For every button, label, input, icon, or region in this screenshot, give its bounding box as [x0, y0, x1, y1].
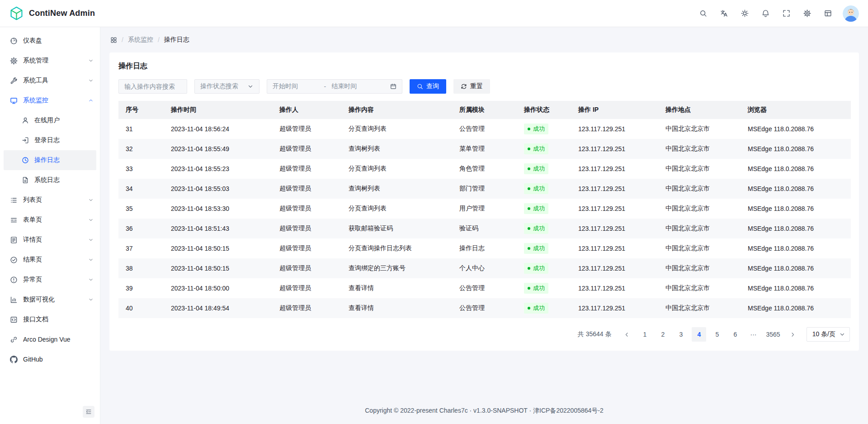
sidebar-item-label: 系统管理	[23, 57, 83, 65]
dashboard-icon	[10, 37, 18, 45]
table-cell: 公告管理	[452, 119, 517, 139]
table-cell: 超级管理员	[272, 258, 341, 278]
table-cell-status: 成功	[517, 278, 571, 298]
status-text: 成功	[533, 264, 545, 272]
table-row: 382023-11-04 18:50:15超级管理员查询绑定的三方账号个人中心成…	[118, 258, 851, 278]
status-dot-icon	[528, 227, 530, 230]
user-avatar[interactable]	[843, 5, 859, 22]
app-logo-icon	[9, 6, 24, 21]
sidebar-item-system-management[interactable]: 系统管理	[0, 51, 100, 71]
table-row: 372023-11-04 18:50:15超级管理员分页查询操作日志列表操作日志…	[118, 238, 851, 258]
table-cell: MSEdge 118.0.2088.76	[741, 298, 851, 318]
keyword-search-input[interactable]	[118, 79, 187, 94]
sidebar-item-online-user[interactable]: 在线用户	[4, 110, 96, 130]
page-button-3[interactable]: 3	[674, 327, 688, 342]
settings-button[interactable]	[799, 6, 815, 21]
sidebar-item-result-page[interactable]: 结果页	[0, 250, 100, 270]
table-cell: 2023-11-04 18:50:00	[164, 278, 272, 298]
page-footer: Copyright © 2022-present Charles7c · v1.…	[100, 400, 868, 424]
table-cell: 超级管理员	[272, 119, 341, 139]
table-row: 352023-11-04 18:53:30超级管理员分页查询列表用户管理成功12…	[118, 199, 851, 219]
page-size-select[interactable]: 10 条/页	[807, 327, 850, 342]
sidebar-item-label: 系统日志	[34, 176, 96, 184]
refresh-icon	[461, 83, 467, 90]
status-badge: 成功	[524, 124, 548, 134]
apps-grid-icon[interactable]	[110, 37, 117, 43]
breadcrumb-section[interactable]: 系统监控	[128, 36, 153, 44]
sidebar-item-dashboard[interactable]: 仪表盘	[0, 31, 100, 51]
page-button-5[interactable]: 5	[710, 327, 724, 342]
table-cell: 2023-11-04 18:50:15	[164, 258, 272, 278]
status-text: 成功	[533, 125, 545, 133]
page-button-2[interactable]: 2	[656, 327, 670, 342]
operation-log-card: 操作日志 操作状态搜索 开始时间 - 结束时间 查询	[109, 52, 859, 351]
brand[interactable]: ContiNew Admin	[9, 6, 95, 21]
chevron-down-icon	[88, 217, 94, 223]
sidebar-item-label: 接口文档	[23, 315, 94, 324]
table-row: 362023-11-04 18:51:43超级管理员获取邮箱验证码验证码成功12…	[118, 219, 851, 238]
page-button-1[interactable]: 1	[637, 327, 652, 342]
github-icon	[10, 356, 18, 363]
table-cell: 获取邮箱验证码	[341, 219, 452, 238]
chevron-down-icon	[88, 78, 94, 83]
status-dot-icon	[528, 148, 530, 150]
sidebar-item-system-monitor[interactable]: 系统监控	[0, 91, 100, 110]
table-cell-status: 成功	[517, 119, 571, 139]
search-button[interactable]	[695, 6, 711, 21]
table-cell: 公告管理	[452, 278, 517, 298]
sidebar-item-detail-page[interactable]: 详情页	[0, 230, 100, 250]
sidebar-item-form-page[interactable]: 表单页	[0, 210, 100, 230]
sidebar-item-data-visual[interactable]: 数据可视化	[0, 290, 100, 310]
status-dot-icon	[528, 247, 530, 250]
next-page-button[interactable]	[786, 327, 800, 342]
gear-icon	[803, 10, 811, 17]
header-actions	[695, 6, 835, 21]
sidebar-item-github[interactable]: GitHub	[0, 349, 100, 369]
theme-button[interactable]	[737, 6, 752, 21]
operation-log-table: 序号操作时间操作人操作内容所属模块操作状态操作 IP操作地点浏览器 312023…	[118, 101, 850, 318]
table-cell: 中国北京北京市	[658, 219, 741, 238]
translate-button[interactable]	[716, 6, 731, 21]
table-cell: 分页查询列表	[341, 119, 452, 139]
page-button-3565[interactable]: 3565	[764, 327, 782, 342]
chevron-down-icon	[88, 277, 94, 282]
date-range-picker[interactable]: 开始时间 - 结束时间	[267, 79, 402, 94]
page-button-6[interactable]: 6	[728, 327, 742, 342]
collapse-sidebar-button[interactable]	[83, 406, 94, 418]
sidebar-item-label: 结果页	[23, 256, 83, 264]
reset-button[interactable]: 重置	[453, 79, 490, 94]
chevron-down-icon	[88, 237, 94, 243]
table-cell: MSEdge 118.0.2088.76	[741, 159, 851, 179]
table-cell: 39	[118, 278, 164, 298]
sidebar-item-operation-log[interactable]: 操作日志	[4, 150, 96, 170]
table-cell: MSEdge 118.0.2088.76	[741, 199, 851, 219]
sidebar-item-system-tools[interactable]: 系统工具	[0, 71, 100, 91]
status-select[interactable]: 操作状态搜索	[194, 79, 259, 94]
sidebar-item-login-log[interactable]: 登录日志	[4, 130, 96, 150]
page-ellipsis-button[interactable]: ···	[746, 327, 760, 342]
chevron-up-icon	[88, 98, 94, 103]
sidebar-item-list-page[interactable]: 列表页	[0, 190, 100, 210]
table-cell-status: 成功	[517, 258, 571, 278]
table-body: 312023-11-04 18:56:24超级管理员分页查询列表公告管理成功12…	[118, 119, 851, 318]
list-icon	[10, 196, 18, 204]
layout-button[interactable]	[820, 6, 835, 21]
notification-button[interactable]	[758, 6, 773, 21]
sidebar-item-label: 列表页	[23, 196, 83, 204]
fullscreen-button[interactable]	[778, 6, 794, 21]
page-button-4[interactable]: 4	[692, 327, 706, 342]
table-cell: 123.117.129.251	[571, 278, 658, 298]
sidebar-item-label: Arco Design Vue	[23, 336, 94, 343]
date-start-placeholder: 开始时间	[273, 82, 319, 91]
sidebar-item-system-log[interactable]: 系统日志	[4, 170, 96, 190]
status-badge: 成功	[524, 183, 548, 194]
app-title: ContiNew Admin	[29, 9, 95, 18]
table-row: 312023-11-04 18:56:24超级管理员分页查询列表公告管理成功12…	[118, 119, 851, 139]
prev-page-button[interactable]	[619, 327, 634, 342]
sidebar-item-arco-design-vue[interactable]: Arco Design Vue	[0, 329, 100, 349]
sidebar-item-exception-page[interactable]: 异常页	[0, 270, 100, 290]
sidebar-item-api-doc[interactable]: 接口文档	[0, 310, 100, 329]
breadcrumb: / 系统监控 / 操作日志	[100, 27, 868, 52]
query-button[interactable]: 查询	[410, 79, 446, 94]
sidebar: 仪表盘系统管理系统工具系统监控在线用户登录日志操作日志系统日志列表页表单页详情页…	[0, 27, 100, 424]
